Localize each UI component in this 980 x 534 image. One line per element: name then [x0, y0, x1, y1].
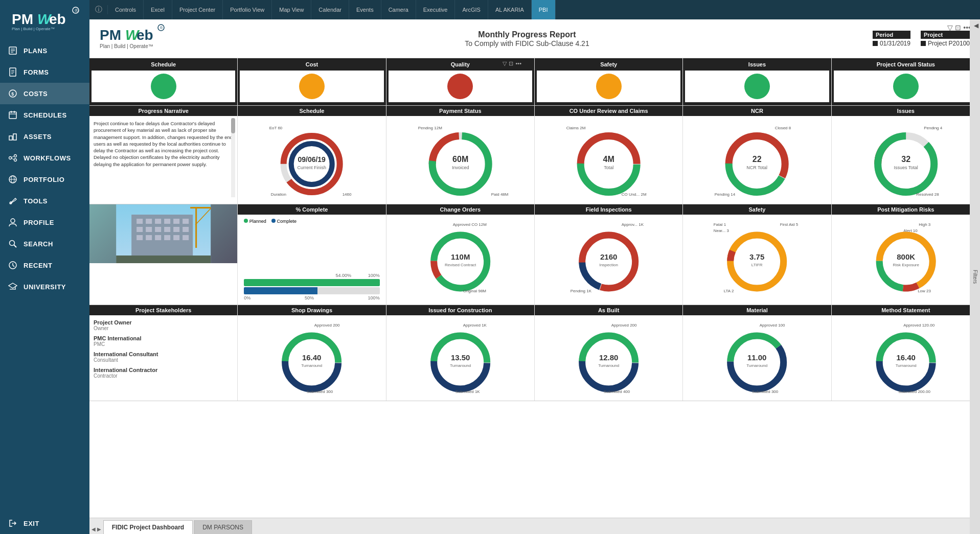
issues-status-circle: [744, 74, 770, 99]
topnav-pbi[interactable]: PBI: [532, 0, 556, 19]
field-inspections-chart: Approv... 1K 2160 Inspection Pending 1K: [537, 217, 680, 296]
topnav-controls[interactable]: Controls: [108, 0, 144, 19]
sidebar-item-university[interactable]: UNIVERSITY: [0, 276, 89, 297]
info-icon[interactable]: ⓘ: [89, 5, 108, 14]
topnav-project-center[interactable]: Project Center: [172, 0, 223, 19]
svg-text:EoT 60: EoT 60: [269, 126, 283, 130]
dashboard-row2: % Complete Planned Complete 54.00% 100%: [89, 204, 980, 305]
svg-rect-96: [183, 227, 189, 232]
svg-rect-94: [164, 227, 170, 232]
tools-icon: [7, 195, 18, 206]
share-icon[interactable]: ⊡: [955, 24, 961, 32]
filter-icon[interactable]: ▽: [947, 24, 953, 32]
tab-dm-parsons[interactable]: DM PARSONS: [194, 520, 252, 534]
filters-collapse-icon[interactable]: ◀: [974, 22, 978, 29]
change-orders-header: Change Orders: [386, 204, 534, 215]
svg-rect-102: [183, 235, 189, 240]
ncr-header: NCR: [683, 106, 831, 116]
svg-text:Pending 4: Pending 4: [924, 126, 943, 130]
period-box: Period 01/31/2019: [873, 31, 910, 47]
sidebar-item-label: UNIVERSITY: [24, 283, 66, 291]
svg-text:09/06/19: 09/06/19: [298, 155, 326, 164]
safety-status-circle: [596, 74, 622, 99]
progress-narrative-cell: Progress Narrative Project continue to f…: [89, 106, 238, 204]
svg-text:Inspection: Inspection: [599, 263, 618, 267]
sidebar-item-assets[interactable]: ASSETS: [0, 126, 89, 147]
sidebar-item-schedules[interactable]: SCHEDULES: [0, 104, 89, 126]
shop-drawings-header: Shop Drawings: [238, 305, 385, 315]
svg-text:PM: PM: [12, 11, 33, 27]
recent-icon: [7, 260, 18, 271]
svg-point-25: [14, 159, 17, 161]
svg-text:Low 23: Low 23: [918, 289, 931, 293]
sidebar-item-label: COSTS: [24, 90, 48, 98]
svg-text:Approved 200: Approved 200: [611, 323, 637, 328]
topnav-portfolio-view[interactable]: Portfolio View: [223, 0, 272, 19]
sidebar-item-plans[interactable]: PLANS: [0, 40, 89, 61]
exit-icon: [7, 518, 18, 529]
filters-panel[interactable]: Filters ◀: [970, 19, 980, 534]
svg-rect-86: [146, 219, 152, 224]
quality-status-circle: [447, 74, 473, 99]
sidebar-item-forms[interactable]: FORMS: [0, 61, 89, 83]
pct-scale: 0%50%100%: [244, 295, 379, 300]
svg-text:Submitted 1K: Submitted 1K: [455, 389, 480, 394]
quality-more-icon[interactable]: •••: [515, 60, 521, 67]
topnav-camera[interactable]: Camera: [381, 0, 416, 19]
topnav-events[interactable]: Events: [349, 0, 381, 19]
svg-line-26: [12, 156, 14, 157]
topnav-map-view[interactable]: Map View: [272, 0, 311, 19]
logo-area: PM W eb ® Plan | Build | Operate™: [0, 0, 89, 40]
sidebar-item-search[interactable]: SEARCH: [0, 233, 89, 254]
svg-text:Pending 12M: Pending 12M: [418, 126, 442, 130]
issues-chart: Pending 4 32 Issues Total Resolved 28: [834, 118, 978, 200]
svg-rect-89: [173, 219, 179, 224]
svg-text:Approved 200: Approved 200: [314, 323, 340, 328]
svg-text:Resolved 28: Resolved 28: [916, 192, 939, 197]
svg-rect-22: [13, 134, 16, 140]
topnav-calendar[interactable]: Calendar: [311, 0, 349, 19]
material-chart: Approved 100 11.00 Turnaround Submitted …: [685, 317, 829, 397]
issues-cell: Issues Pending 4 32 Issues Total Resolve…: [832, 106, 980, 204]
topnav-executive[interactable]: Executive: [416, 0, 455, 19]
project-box: Project Project P20100: [921, 31, 970, 47]
svg-text:Claims 2M: Claims 2M: [566, 126, 586, 130]
tab-fidic-dashboard[interactable]: FIDIC Project Dashboard: [103, 520, 193, 534]
stakeholder-consultant: International Consultant Consultant: [94, 351, 233, 363]
quality-filter-icon[interactable]: ▽: [503, 60, 507, 67]
report-title: Monthly Progress Report To Comply with F…: [181, 30, 873, 48]
quality-expand-icon[interactable]: ⊡: [509, 60, 513, 67]
topnav-excel[interactable]: Excel: [144, 0, 172, 19]
svg-rect-92: [146, 227, 152, 232]
sidebar-item-label: RECENT: [24, 262, 52, 269]
svg-rect-100: [164, 235, 170, 240]
svg-text:32: 32: [901, 155, 910, 164]
sidebar-item-tools[interactable]: TOOLS: [0, 190, 89, 212]
topnav-al-akaria[interactable]: AL AKARIA: [488, 0, 532, 19]
narrative-scrollbar[interactable]: [231, 118, 235, 197]
bottom-tabs: ◀ ▶ FIDIC Project Dashboard DM PARSONS: [89, 518, 980, 534]
sidebar-item-recent[interactable]: RECENT: [0, 254, 89, 276]
schedule-status-circle: [151, 74, 176, 99]
sidebar-item-exit[interactable]: EXIT: [0, 513, 89, 534]
co-header: CO Under Review and Claims: [535, 106, 682, 116]
svg-text:Invoiced: Invoiced: [452, 165, 469, 170]
narrative-scroll[interactable]: Project continue to face delays due Cont…: [92, 118, 235, 197]
svg-text:Turnaround: Turnaround: [301, 363, 322, 368]
svg-rect-104: [190, 207, 211, 208]
svg-point-109: [434, 235, 487, 288]
tab-scroll-left[interactable]: ◀ ▶: [89, 524, 103, 534]
sidebar-item-costs[interactable]: $ COSTS: [0, 83, 89, 104]
field-inspections-cell: Field Inspections Approv... 1K 2160 Insp…: [535, 204, 683, 305]
status-cost: Cost: [238, 58, 386, 105]
sidebar-item-workflows[interactable]: WORKFLOWS: [0, 147, 89, 169]
planned-bar: [244, 279, 379, 286]
material-header: Material: [683, 305, 831, 315]
svg-text:3.75: 3.75: [749, 252, 764, 261]
sidebar-item-profile[interactable]: PROFILE: [0, 212, 89, 233]
sidebar-item-portfolio[interactable]: PORTFOLIO: [0, 169, 89, 190]
topnav-arcgis[interactable]: ArcGIS: [455, 0, 488, 19]
svg-text:60M: 60M: [452, 155, 468, 164]
dashboard-row1: Progress Narrative Project continue to f…: [89, 106, 980, 204]
overall-status-circle: [893, 74, 919, 99]
